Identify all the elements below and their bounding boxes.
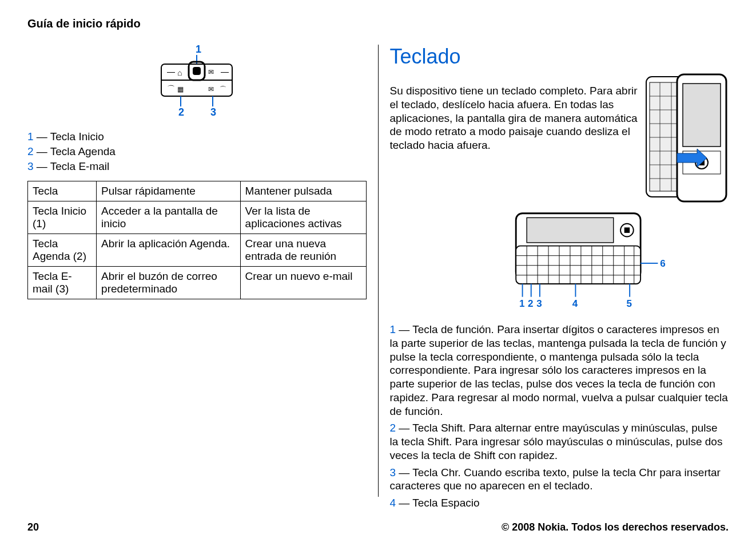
svg-text:⌂: ⌂ [177,68,182,77]
svg-text:1: 1 [519,298,524,309]
table-row: Tecla E-mail (3) Abrir el buzón de corre… [28,267,367,299]
cell: Abrir el buzón de correo predeterminado [97,267,240,299]
table-row: Tecla Agenda (2) Abrir la aplicación Age… [28,234,367,267]
section-title: Teclado [390,45,729,69]
legend-text-1: — Tecla Inicio [34,130,104,143]
table-row: Tecla Pulsar rápidamente Mantener pulsad… [28,181,367,201]
right-column: Teclado [379,45,729,497]
svg-rect-40 [516,246,640,284]
keyboard-diagram: 6 1 2 3 4 5 [390,211,729,317]
key-legend: 1 — Tecla Inicio 2 — Tecla Agenda 3 — Te… [27,130,367,173]
legend-num-3: 3 [27,160,34,172]
item-text-1: — Tecla de función. Para insertar dígito… [390,323,728,417]
item-text-3: — Tecla Chr. Cuando escriba texto, pulse… [390,466,721,492]
keys-table: Tecla Pulsar rápidamente Mantener pulsad… [27,181,367,299]
svg-rect-39 [624,227,629,232]
svg-text:✉: ✉ [208,85,214,93]
svg-text:⌒: ⌒ [220,85,226,93]
item-num-3: 3 [390,466,396,478]
item-num-4: 4 [390,497,396,509]
table-row: Tecla Inicio (1) Acceder a la pantalla d… [28,201,367,234]
cell: Tecla Inicio (1) [28,201,97,234]
svg-rect-31 [683,84,721,147]
svg-text:4: 4 [572,298,578,309]
cell: Ver la lista de aplicaciones activas [240,201,366,234]
svg-text:3: 3 [536,298,542,309]
copyright: © 2008 Nokia. Todos los derechos reserva… [502,521,729,533]
page-number: 20 [27,521,39,533]
svg-text:2: 2 [178,106,184,118]
cell: Tecla Agenda (2) [28,234,97,267]
svg-text:✉: ✉ [208,68,214,76]
legend-num-2: 2 [27,145,34,157]
phone-slide-diagram [643,73,729,208]
svg-text:—: — [167,67,175,76]
cell: Crear un nuevo e-mail [240,267,366,299]
item-num-2: 2 [390,422,396,434]
svg-text:3: 3 [210,106,216,118]
item-num-1: 1 [390,323,396,335]
page-footer: 20 © 2008 Nokia. Todos los derechos rese… [27,521,729,533]
svg-rect-37 [527,217,614,243]
svg-text:5: 5 [626,298,631,309]
th-key: Tecla [28,181,97,201]
keyboard-descriptions: 1 — Tecla de función. Para insertar dígi… [390,323,729,510]
legend-num-1: 1 [27,130,34,143]
legend-text-2: — Tecla Agenda [34,145,116,157]
legend-text-3: — Tecla E-mail [34,160,110,172]
svg-text:⌒: ⌒ [167,84,175,93]
th-long: Mantener pulsada [240,181,366,201]
svg-rect-5 [193,67,201,75]
cell: Abrir la aplicación Agenda. [97,234,240,267]
svg-text:▦: ▦ [177,85,184,93]
item-text-4: — Tecla Espacio [396,497,479,509]
svg-text:2: 2 [528,298,533,309]
top-keys-diagram: 1 — ⌂ ✉ — ⌒ ▦ ✉ ⌒ [27,45,367,119]
cell: Crear una nueva entrada de reunión [240,234,366,267]
page-header: Guía de inicio rápido [27,17,729,30]
th-short: Pulsar rápidamente [97,181,240,201]
left-column: 1 — ⌂ ✉ — ⌒ ▦ ✉ ⌒ [27,45,379,497]
svg-text:—: — [221,67,229,76]
cell: Acceder a la pantalla de inicio [97,201,240,234]
item-text-2: — Tecla Shift. Para alternar entre mayús… [390,422,723,461]
svg-text:6: 6 [660,258,665,269]
svg-text:1: 1 [196,45,201,55]
cell: Tecla E-mail (3) [28,267,97,299]
